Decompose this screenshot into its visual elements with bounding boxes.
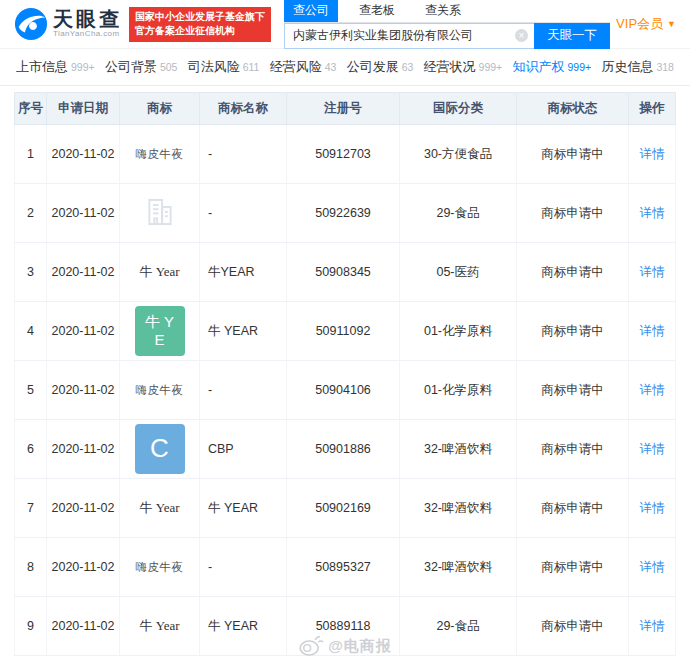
cell-trademark-status: 商标申请中 <box>517 302 629 360</box>
cell-index: 8 <box>14 538 47 596</box>
nav-tab[interactable]: 经营状况999+ <box>424 58 503 76</box>
badge-line1: 国家中小企业发展子基金旗下 <box>135 10 265 25</box>
cell-intl-class: 32-啤酒饮料 <box>400 479 517 537</box>
clear-icon[interactable]: × <box>515 29 528 42</box>
cell-registration-no: 50911092 <box>287 302 400 360</box>
cell-registration-no: 50904106 <box>287 361 400 419</box>
cell-intl-class: 29-食品 <box>400 597 517 655</box>
cell-apply-date: 2020-11-02 <box>47 538 120 596</box>
cell-trademark-name: 牛 YEAR <box>200 302 287 360</box>
cell-registration-no: 50922639 <box>287 184 400 242</box>
nav-tab-label: 公司发展 <box>347 59 399 74</box>
search-row: × 天眼一下 <box>284 23 610 49</box>
trademark-image[interactable]: 牛 Year <box>139 263 179 281</box>
nav-tab-count: 999+ <box>479 61 503 73</box>
cell-apply-date: 2020-11-02 <box>47 479 120 537</box>
table-row: 8 2020-11-02 嗨皮牛夜 - 50895327 32-啤酒饮料 商标申… <box>14 538 676 597</box>
trademark-image[interactable]: 嗨皮牛夜 <box>136 560 184 575</box>
nav-tab-label: 公司背景 <box>105 59 157 74</box>
cell-intl-class: 32-啤酒饮料 <box>400 538 517 596</box>
column-header: 商标 <box>120 92 200 125</box>
nav-tab-label: 经营风险 <box>270 59 322 74</box>
search-area: 查公司查老板查关系 × 天眼一下 <box>284 0 610 49</box>
cell-registration-no: 50912703 <box>287 125 400 183</box>
column-header: 国际分类 <box>400 92 517 125</box>
cell-trademark-name: 牛YEAR <box>200 243 287 301</box>
cell-trademark: 牛 YE <box>120 302 200 360</box>
nav-tab-label: 司法风险 <box>188 59 240 74</box>
detail-link[interactable]: 详情 <box>640 559 665 576</box>
detail-link[interactable]: 详情 <box>640 382 665 399</box>
nav-tab-count: 999+ <box>71 61 95 73</box>
cell-trademark-name: - <box>200 538 287 596</box>
detail-link[interactable]: 详情 <box>640 441 665 458</box>
trademark-image[interactable]: 牛 Year <box>139 499 179 517</box>
detail-link[interactable]: 详情 <box>640 323 665 340</box>
cell-trademark-status: 商标申请中 <box>517 597 629 655</box>
nav-tab[interactable]: 经营风险43 <box>270 58 337 76</box>
cell-registration-no: 50895327 <box>287 538 400 596</box>
search-input[interactable] <box>285 29 534 43</box>
section-nav: 上市信息999+公司背景505司法风险611经营风险43公司发展63经营状况99… <box>0 48 690 86</box>
cell-trademark-name: 牛 YEAR <box>200 479 287 537</box>
vip-menu[interactable]: VIP会员 ▼ <box>616 15 676 33</box>
table-row: 3 2020-11-02 牛 Year 牛YEAR 50908345 05-医药… <box>14 243 676 302</box>
nav-tab-count: 999+ <box>567 61 591 73</box>
tianyancha-logo-icon <box>14 7 48 41</box>
trademark-image[interactable] <box>143 195 177 232</box>
table-row: 1 2020-11-02 嗨皮牛夜 - 50912703 30-方便食品 商标申… <box>14 125 676 184</box>
cell-intl-class: 05-医药 <box>400 243 517 301</box>
detail-link[interactable]: 详情 <box>640 146 665 163</box>
search-button[interactable]: 天眼一下 <box>534 23 610 49</box>
search-tab[interactable]: 查公司 <box>284 0 338 22</box>
detail-link[interactable]: 详情 <box>640 264 665 281</box>
cell-apply-date: 2020-11-02 <box>47 361 120 419</box>
nav-tab[interactable]: 司法风险611 <box>188 58 260 76</box>
trademark-image[interactable]: 牛 YE <box>135 306 185 356</box>
detail-link[interactable]: 详情 <box>640 500 665 517</box>
table-row: 5 2020-11-02 嗨皮牛夜 - 50904106 01-化学原料 商标申… <box>14 361 676 420</box>
detail-link[interactable]: 详情 <box>640 618 665 635</box>
cell-trademark: 牛 Year <box>120 479 200 537</box>
cell-trademark: 嗨皮牛夜 <box>120 361 200 419</box>
cell-action: 详情 <box>629 597 676 655</box>
trademark-image[interactable]: 牛 Year <box>139 617 179 635</box>
cell-index: 7 <box>14 479 47 537</box>
nav-tab[interactable]: 历史信息318 <box>601 58 674 76</box>
nav-tab[interactable]: 上市信息999+ <box>16 58 95 76</box>
cell-trademark: 嗨皮牛夜 <box>120 538 200 596</box>
nav-tab[interactable]: 公司发展63 <box>347 58 414 76</box>
trademark-image[interactable]: 嗨皮牛夜 <box>136 383 184 398</box>
cell-action: 详情 <box>629 184 676 242</box>
nav-tab[interactable]: 公司背景505 <box>105 58 178 76</box>
cell-apply-date: 2020-11-02 <box>47 184 120 242</box>
cell-index: 1 <box>14 125 47 183</box>
search-tab[interactable]: 查老板 <box>350 0 404 22</box>
cell-intl-class: 29-食品 <box>400 184 517 242</box>
trademark-image[interactable]: C <box>135 424 185 474</box>
nav-tab-count: 43 <box>325 61 337 73</box>
building-placeholder-icon <box>143 195 177 229</box>
search-tab[interactable]: 查关系 <box>416 0 470 22</box>
cell-apply-date: 2020-11-02 <box>47 243 120 301</box>
detail-link[interactable]: 详情 <box>640 205 665 222</box>
cell-registration-no: 50908345 <box>287 243 400 301</box>
cell-index: 6 <box>14 420 47 478</box>
cell-trademark: C <box>120 420 200 478</box>
table-row: 4 2020-11-02 牛 YE 牛 YEAR 50911092 01-化学原… <box>14 302 676 361</box>
table-body: 1 2020-11-02 嗨皮牛夜 - 50912703 30-方便食品 商标申… <box>14 125 676 656</box>
cell-trademark: 嗨皮牛夜 <box>120 125 200 183</box>
table-header-row: 序号申请日期商标商标名称注册号国际分类商标状态操作 <box>14 92 676 125</box>
tianyancha-logo[interactable]: 天眼查 TianYanCha.com <box>14 7 122 41</box>
cell-index: 5 <box>14 361 47 419</box>
cell-registration-no: 50901886 <box>287 420 400 478</box>
cell-intl-class: 32-啤酒饮料 <box>400 420 517 478</box>
nav-tab[interactable]: 知识产权999+ <box>512 58 591 76</box>
cell-action: 详情 <box>629 361 676 419</box>
search-tabs: 查公司查老板查关系 <box>284 0 610 23</box>
column-header: 申请日期 <box>47 92 120 125</box>
cell-registration-no: 50889118 <box>287 597 400 655</box>
trademark-image[interactable]: 嗨皮牛夜 <box>136 147 184 162</box>
site-header: 天眼查 TianYanCha.com 国家中小企业发展子基金旗下 官方备案企业征… <box>0 0 690 48</box>
cell-action: 详情 <box>629 479 676 537</box>
